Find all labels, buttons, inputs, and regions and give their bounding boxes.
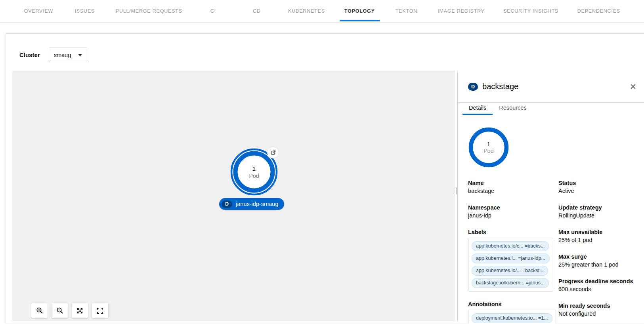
pod-donut-label: Pod: [484, 148, 494, 154]
field-progress-deadline-value: 600 seconds: [558, 285, 638, 293]
tab-image-registry[interactable]: IMAGE REGISTRY: [428, 0, 494, 22]
panel-title: backstage: [482, 82, 518, 91]
labels-chip-group: app.kubernetes.io/c... =backs... app.kub…: [468, 238, 553, 292]
tab-tekton-label: TEKTON: [396, 8, 417, 14]
field-name-value: backstage: [468, 187, 558, 195]
node-pod-count-label: Pod: [249, 173, 259, 179]
tab-ci[interactable]: CI: [191, 0, 235, 22]
field-max-unavailable: Max unavailable 25% of 1 pod: [558, 228, 638, 244]
topology-page: OVERVIEW ISSUES PULL/MERGE REQUESTS CI C…: [0, 0, 644, 324]
field-max-surge: Max surge 25% greater than 1 pod: [558, 253, 638, 269]
tab-overview[interactable]: OVERVIEW: [14, 0, 63, 22]
field-max-surge-value: 25% greater than 1 pod: [558, 261, 638, 269]
field-max-surge-label: Max surge: [558, 253, 638, 261]
topology-toolbar: Cluster smaug: [19, 48, 87, 62]
tab-ci-label: CI: [210, 8, 216, 14]
tab-cd-label: CD: [253, 8, 261, 14]
tab-kubernetes[interactable]: KUBERNETES: [279, 0, 334, 22]
panel-tab-bar: Details Resources: [458, 103, 644, 115]
topology-canvas[interactable]: 1 Pod D janus-idp-smaug: [12, 71, 455, 321]
pod-donut-chart: 1 Pod: [468, 127, 509, 168]
zoom-out-icon: [56, 307, 64, 314]
field-progress-deadline-label: Progress deadline seconds: [558, 277, 638, 285]
tab-pull-merge-requests-label: PULL/MERGE REQUESTS: [116, 8, 182, 14]
node-label-pill[interactable]: D janus-idp-smaug: [219, 198, 284, 210]
label-chip: backstage.io/kubern... =janus...: [472, 278, 549, 288]
field-name-label: Name: [468, 179, 558, 187]
labels-section-title: Labels: [468, 228, 558, 236]
node-pod-count: 1: [252, 165, 256, 172]
field-annotations: Annotations deployment.kubernetes.io... …: [468, 300, 558, 324]
entity-tab-bar: OVERVIEW ISSUES PULL/MERGE REQUESTS CI C…: [0, 0, 644, 23]
field-namespace-label: Namespace: [468, 204, 558, 212]
cluster-select-value: smaug: [54, 52, 71, 58]
panel-header: D backstage: [458, 71, 644, 103]
field-update-strategy-label: Update strategy: [558, 204, 638, 212]
caret-down-icon: [78, 54, 82, 56]
field-namespace: Namespace janus-idp: [468, 204, 558, 219]
deployment-kind-badge: D: [468, 83, 478, 91]
tab-security-insights-label: SECURITY INSIGHTS: [503, 8, 558, 14]
field-progress-deadline: Progress deadline seconds 600 seconds: [558, 277, 638, 293]
close-icon: [630, 84, 636, 90]
annotation-chip: deployment.kubernetes.io... =1...: [472, 313, 552, 323]
details-fields: Name backstage Namespace janus-idp Label…: [468, 179, 638, 324]
topology-card: Cluster smaug 1 Pod: [6, 33, 644, 324]
field-name: Name backstage: [468, 179, 558, 195]
tab-issues-label: ISSUES: [75, 8, 95, 14]
panel-tab-details-label: Details: [469, 105, 486, 111]
field-status: Status Active: [558, 179, 638, 195]
active-tab-indicator: [340, 20, 380, 21]
zoom-in-icon: [36, 307, 44, 314]
details-left-column: Name backstage Namespace janus-idp Label…: [468, 179, 558, 324]
tab-topology[interactable]: TOPOLOGY: [334, 0, 384, 22]
field-labels: Labels app.kubernetes.io/c... =backs... …: [468, 228, 558, 292]
tab-pull-merge-requests[interactable]: PULL/MERGE REQUESTS: [107, 0, 191, 22]
panel-tab-resources-label: Resources: [499, 105, 526, 111]
panel-tab-resources[interactable]: Resources: [493, 103, 533, 115]
field-status-label: Status: [558, 179, 638, 187]
tab-cd[interactable]: CD: [235, 0, 279, 22]
fullscreen-icon: [96, 307, 104, 314]
cluster-label: Cluster: [19, 51, 40, 58]
field-min-ready-value: Not configured: [558, 310, 638, 318]
field-max-unavailable-value: 25% of 1 pod: [558, 236, 638, 244]
zoom-in-button[interactable]: [31, 303, 48, 318]
field-status-value: Active: [558, 187, 638, 195]
details-panel: D backstage Details Resources 1 Pod: [457, 71, 644, 321]
tab-security-insights[interactable]: SECURITY INSIGHTS: [494, 0, 568, 22]
label-chip: app.kubernetes.i... =janus-idp...: [472, 253, 550, 263]
cluster-select[interactable]: smaug: [49, 48, 87, 62]
tab-dependencies[interactable]: DEPENDENCIES: [568, 0, 630, 22]
annotations-chip-group: deployment.kubernetes.io... =1...: [468, 310, 556, 324]
close-panel-button[interactable]: [629, 82, 638, 91]
details-right-column: Status Active Update strategy RollingUpd…: [558, 179, 638, 324]
fullscreen-button[interactable]: [92, 303, 108, 318]
deployment-kind-badge: D: [222, 200, 232, 208]
node-label-text: janus-idp-smaug: [236, 201, 278, 207]
field-update-strategy-value: RollingUpdate: [558, 212, 638, 219]
annotations-section-title: Annotations: [468, 300, 558, 308]
node-pod-donut: [235, 153, 273, 191]
zoom-out-button[interactable]: [52, 303, 68, 318]
pod-donut-count: 1: [487, 141, 490, 147]
fit-to-screen-button[interactable]: [72, 303, 88, 318]
field-namespace-value: janus-idp: [468, 212, 558, 219]
tab-topology-label: TOPOLOGY: [344, 8, 375, 14]
label-chip: app.kubernetes.io/... =backst...: [472, 266, 548, 276]
panel-tab-details[interactable]: Details: [462, 103, 493, 115]
tab-image-registry-label: IMAGE REGISTRY: [438, 8, 485, 14]
field-min-ready-label: Min ready seconds: [558, 302, 638, 310]
open-url-decorator[interactable]: [268, 147, 279, 158]
field-update-strategy: Update strategy RollingUpdate: [558, 204, 638, 219]
tab-dependencies-label: DEPENDENCIES: [577, 8, 620, 14]
label-chip: app.kubernetes.io/c... =backs...: [472, 241, 549, 251]
field-min-ready: Min ready seconds Not configured: [558, 302, 638, 318]
tab-tekton[interactable]: TEKTON: [384, 0, 428, 22]
fit-to-screen-icon: [76, 307, 84, 314]
tab-overview-label: OVERVIEW: [24, 8, 54, 14]
tab-issues[interactable]: ISSUES: [63, 0, 107, 22]
tab-kubernetes-label: KUBERNETES: [288, 8, 325, 14]
panel-body: 1 Pod Name backstage Namespace janus-idp: [458, 115, 644, 324]
field-max-unavailable-label: Max unavailable: [558, 228, 638, 236]
